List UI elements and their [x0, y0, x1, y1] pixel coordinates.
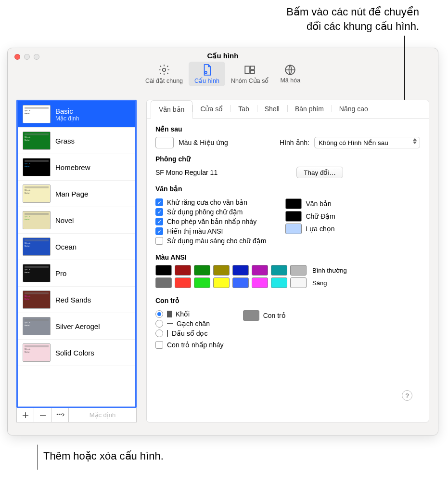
cursor-block-radio[interactable] [155, 310, 163, 318]
ansi-normal-label: Bình thường [312, 267, 347, 274]
profile-item[interactable]: $ ls -lafile.txtNovel [18, 207, 135, 234]
section-title: Văn bản [155, 185, 420, 193]
ansi-color-well[interactable] [232, 265, 249, 276]
panel-tab[interactable]: Tab [230, 100, 257, 118]
selection-color-well[interactable] [285, 224, 302, 234]
ansi-section: Màu ANSI Bình thường Sáng [147, 247, 429, 288]
profile-name: Novel [55, 216, 74, 224]
change-font-button[interactable]: Thay đổi… [296, 167, 343, 178]
ansi-color-well[interactable] [252, 265, 268, 276]
ansi-color-well[interactable] [155, 277, 172, 288]
profile-thumbnail: $ ls -lafile.txt [23, 264, 51, 282]
bold-font-checkbox[interactable]: ✓ [155, 208, 163, 216]
section-title: Con trỏ [155, 297, 420, 304]
cursor-blink-checkbox[interactable] [155, 341, 163, 349]
profile-name: Ocean [55, 243, 77, 251]
profile-item[interactable]: $ ls -lafile.txtRed Sands [18, 287, 135, 313]
panel-tab[interactable]: Văn bản [151, 100, 192, 118]
profile-subtitle: Mặc định [55, 115, 79, 122]
block-cursor-icon [167, 311, 172, 317]
panel-tab[interactable]: Nâng cao [332, 100, 376, 118]
profile-item[interactable]: $ ls -lafile.txtSolid Colors [18, 340, 135, 366]
callout-add-remove: Thêm hoặc xóa cấu hình. [0, 435, 448, 462]
svg-rect-4 [250, 70, 255, 74]
background-image-select[interactable]: Không có Hình Nền sau [314, 137, 420, 148]
color-effects-label: Màu & Hiệu ứng [179, 139, 228, 146]
ansi-colors-checkbox[interactable]: ✓ [155, 227, 163, 235]
plus-icon [22, 412, 29, 419]
profile-name: Grass [55, 137, 75, 145]
profile-name: Silver Aerogel [55, 322, 100, 330]
profile-item[interactable]: $ ls -lafile.txtPro [18, 260, 135, 287]
profile-name: Red Sands [55, 296, 91, 304]
background-color-well[interactable] [155, 137, 174, 148]
ansi-color-well[interactable] [213, 265, 230, 276]
profile-thumbnail: $ ls -lafile.txt [23, 317, 51, 335]
svg-point-0 [163, 68, 166, 72]
svg-rect-2 [245, 66, 249, 74]
ansi-color-well[interactable] [155, 265, 172, 276]
remove-profile-button[interactable] [34, 408, 51, 422]
panel-tab[interactable]: Shell [257, 100, 287, 118]
ansi-color-well[interactable] [290, 265, 307, 276]
profile-item[interactable]: $ ls -lafile.txtOcean [18, 234, 135, 260]
bold-color-well[interactable] [285, 211, 302, 222]
sidebar-toolbar: Mặc định [16, 408, 137, 422]
panel-tab[interactable]: Cửa sổ [192, 100, 230, 118]
ansi-color-well[interactable] [175, 277, 191, 288]
toolbar-encoding[interactable]: Mã hóa [274, 62, 306, 86]
panel-tabs: Văn bảnCửa sổTabShellBàn phímNâng cao [147, 100, 429, 118]
ansi-color-well[interactable] [194, 277, 210, 288]
add-profile-button[interactable] [17, 408, 34, 422]
bright-bold-checkbox[interactable] [155, 237, 163, 245]
globe-icon [284, 64, 296, 76]
ansi-color-well[interactable] [271, 277, 287, 288]
windows-icon [243, 64, 256, 76]
profile-actions-button[interactable] [51, 408, 69, 422]
default-button[interactable]: Mặc định [69, 408, 136, 422]
profile-item[interactable]: $ ls -lafile.txtGrass [18, 128, 135, 154]
toolbar-window-groups[interactable]: Nhóm Cửa sổ [225, 62, 275, 86]
ellipsis-chevron-icon [56, 412, 64, 419]
ansi-color-well[interactable] [194, 265, 210, 276]
blink-text-checkbox[interactable]: ✓ [155, 218, 163, 225]
profile-thumbnail: $ ls -lafile.txt [23, 290, 51, 309]
panel-tab[interactable]: Bàn phím [287, 100, 332, 118]
ansi-color-well[interactable] [271, 265, 287, 276]
cursor-section: Con trỏ Khối Gạch chân Dấu sổ dọc Con tr… [147, 290, 429, 351]
text-section: Văn bản ✓Khử răng cưa cho văn bản ✓Sử dụ… [147, 178, 429, 247]
toolbar-general[interactable]: Cài đặt chung [140, 62, 189, 86]
ansi-color-well[interactable] [175, 265, 191, 276]
document-gear-icon [201, 64, 213, 76]
settings-panel: Văn bảnCửa sổTabShellBàn phímNâng cao Nề… [146, 100, 429, 422]
profile-item[interactable]: $ ls -lafile.txtHomebrew [18, 154, 135, 181]
cursor-color-well[interactable] [243, 310, 259, 321]
ansi-color-well[interactable] [213, 277, 230, 288]
cursor-underline-radio[interactable] [155, 320, 163, 328]
profile-list[interactable]: $ ls -lafile.txtBasicMặc định$ ls -lafil… [16, 100, 137, 408]
gear-icon [158, 64, 170, 76]
toolbar-profiles[interactable]: Cấu hình [189, 62, 225, 86]
profile-item[interactable]: $ ls -lafile.txtBasicMặc định [18, 101, 135, 128]
ansi-color-well[interactable] [290, 277, 307, 288]
profile-name: Man Page [55, 190, 88, 198]
cursor-bar-radio[interactable] [155, 329, 163, 337]
profile-thumbnail: $ ls -lafile.txt [23, 132, 51, 150]
profile-name: Homebrew [55, 163, 90, 171]
profile-item[interactable]: $ ls -lafile.txtSilver Aerogel [18, 313, 135, 340]
section-title: Nền sau [155, 125, 420, 133]
ansi-bright-label: Sáng [312, 279, 327, 287]
text-color-well[interactable] [285, 198, 302, 209]
svg-point-8 [60, 414, 62, 415]
help-button[interactable]: ? [402, 390, 412, 401]
minus-icon [39, 412, 46, 419]
ansi-color-well[interactable] [232, 277, 249, 288]
section-title: Phông chữ [155, 155, 420, 163]
preferences-window: Cấu hình Cài đặt chung Cấu hình Nhóm Cửa… [7, 48, 438, 435]
ansi-color-well[interactable] [252, 277, 268, 288]
profile-thumbnail: $ ls -lafile.txt [23, 105, 51, 123]
svg-point-6 [56, 414, 58, 415]
profile-item[interactable]: $ ls -lafile.txtMan Page [18, 181, 135, 207]
profile-name: Pro [55, 269, 66, 277]
antialias-checkbox[interactable]: ✓ [155, 198, 163, 206]
